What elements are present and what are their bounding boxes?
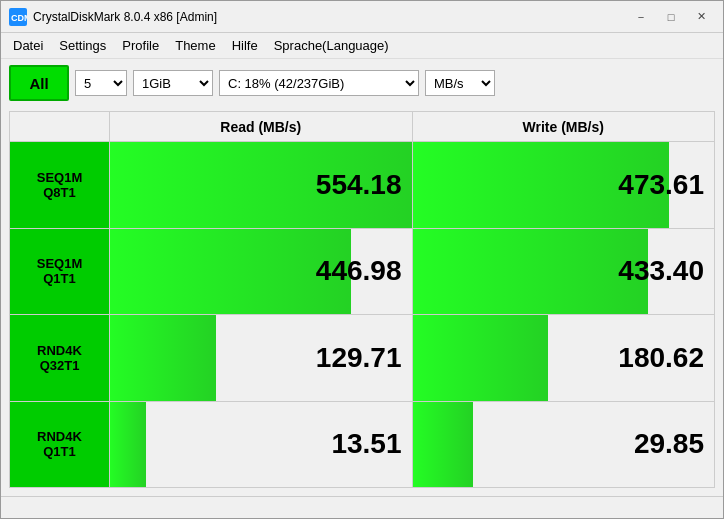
- svg-text:CDM: CDM: [11, 13, 27, 23]
- all-button[interactable]: All: [9, 65, 69, 101]
- menu-language[interactable]: Sprache(Language): [266, 35, 397, 56]
- table-row: RND4K Q32T1 129.71 180.62: [10, 315, 714, 402]
- count-select[interactable]: 5: [75, 70, 127, 96]
- read-value-1: 446.98: [316, 255, 402, 287]
- read-value-0: 554.18: [316, 169, 402, 201]
- benchmark-table: Read (MB/s) Write (MB/s) SEQ1M Q8T1 554.: [9, 111, 715, 488]
- drive-select[interactable]: C: 18% (42/237GiB): [219, 70, 419, 96]
- row-label-seq1m-q8t1: SEQ1M Q8T1: [10, 142, 110, 228]
- table-row: RND4K Q1T1 13.51 29.85: [10, 402, 714, 488]
- content-area: Read (MB/s) Write (MB/s) SEQ1M Q8T1 554.: [1, 107, 723, 496]
- status-bar: [1, 496, 723, 518]
- write-value-1: 433.40: [618, 255, 704, 287]
- size-select[interactable]: 1GiB: [133, 70, 213, 96]
- row-label-seq1m-q1t1: SEQ1M Q1T1: [10, 229, 110, 315]
- menu-profile[interactable]: Profile: [114, 35, 167, 56]
- header-write: Write (MB/s): [413, 112, 715, 141]
- row-write-0: 473.61: [413, 142, 715, 228]
- write-bar-2: [413, 315, 549, 401]
- write-value-0: 473.61: [618, 169, 704, 201]
- write-bar-1: [413, 229, 648, 315]
- table-rows: SEQ1M Q8T1 554.18 473.61 SEQ1M: [10, 142, 714, 487]
- row-label-rnd4k-q1t1: RND4K Q1T1: [10, 402, 110, 488]
- menu-theme[interactable]: Theme: [167, 35, 223, 56]
- window-title: CrystalDiskMark 8.0.4 x86 [Admin]: [33, 10, 627, 24]
- write-value-3: 29.85: [634, 428, 704, 460]
- menu-bar: Datei Settings Profile Theme Hilfe Sprac…: [1, 33, 723, 59]
- read-value-3: 13.51: [331, 428, 401, 460]
- table-row: SEQ1M Q8T1 554.18 473.61: [10, 142, 714, 229]
- row-read-1: 446.98: [110, 229, 413, 315]
- row-write-2: 180.62: [413, 315, 715, 401]
- menu-settings[interactable]: Settings: [51, 35, 114, 56]
- window-controls: − □ ✕: [627, 6, 715, 28]
- main-window: CDM CrystalDiskMark 8.0.4 x86 [Admin] − …: [0, 0, 724, 519]
- read-bar-3: [110, 402, 146, 488]
- app-icon: CDM: [9, 8, 27, 26]
- write-value-2: 180.62: [618, 342, 704, 374]
- table-header: Read (MB/s) Write (MB/s): [10, 112, 714, 142]
- unit-select[interactable]: MB/s: [425, 70, 495, 96]
- minimize-button[interactable]: −: [627, 6, 655, 28]
- menu-hilfe[interactable]: Hilfe: [224, 35, 266, 56]
- header-label-empty: [10, 112, 110, 141]
- close-button[interactable]: ✕: [687, 6, 715, 28]
- row-write-1: 433.40: [413, 229, 715, 315]
- read-value-2: 129.71: [316, 342, 402, 374]
- write-bar-3: [413, 402, 473, 488]
- row-read-2: 129.71: [110, 315, 413, 401]
- read-bar-2: [110, 315, 216, 401]
- toolbar: All 5 1GiB C: 18% (42/237GiB) MB/s: [1, 59, 723, 107]
- header-read: Read (MB/s): [110, 112, 413, 141]
- row-read-0: 554.18: [110, 142, 413, 228]
- menu-datei[interactable]: Datei: [5, 35, 51, 56]
- table-row: SEQ1M Q1T1 446.98 433.40: [10, 229, 714, 316]
- maximize-button[interactable]: □: [657, 6, 685, 28]
- row-label-rnd4k-q32t1: RND4K Q32T1: [10, 315, 110, 401]
- title-bar: CDM CrystalDiskMark 8.0.4 x86 [Admin] − …: [1, 1, 723, 33]
- row-read-3: 13.51: [110, 402, 413, 488]
- row-write-3: 29.85: [413, 402, 715, 488]
